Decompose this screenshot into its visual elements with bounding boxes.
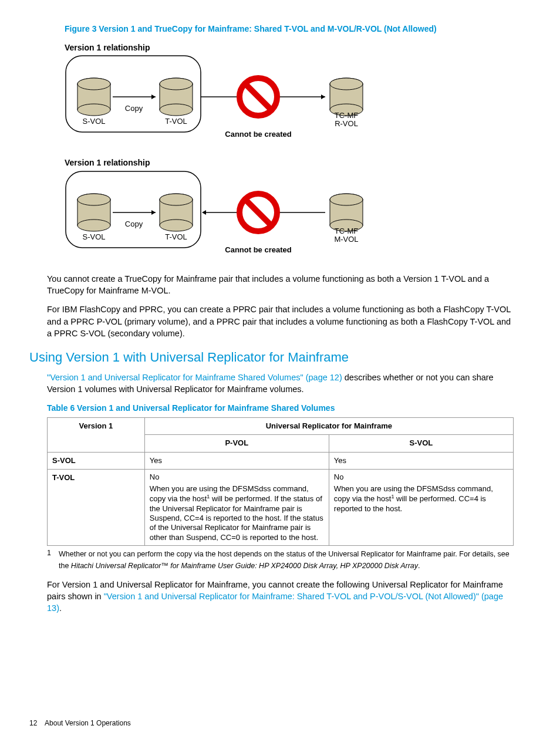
- svg-text:Copy: Copy: [125, 104, 143, 113]
- svg-marker-15: [321, 94, 325, 99]
- body-paragraph: You cannot create a TrueCopy for Mainfra…: [47, 273, 513, 297]
- svg-point-22: [330, 78, 363, 90]
- table-cell: No When you are using the DFSMSdss comma…: [329, 469, 513, 545]
- table-caption: Table 6 Version 1 and Universal Replicat…: [47, 403, 513, 414]
- col-header-urm: Universal Replicator for Mainframe: [144, 418, 513, 435]
- svg-point-29: [77, 194, 110, 205]
- table-footnote: 1 Whether or not you can perform the cop…: [47, 548, 513, 572]
- diagram-label: Version 1 relationship: [65, 42, 531, 54]
- col-header-version1: Version 1: [48, 418, 145, 452]
- cell-text: No: [334, 472, 508, 482]
- row-header: S-VOL: [48, 452, 145, 469]
- svg-text:S-VOL: S-VOL: [82, 117, 105, 126]
- figure-diagram-2: Version 1 relationship S-VOL T-VOL Copy …: [65, 157, 531, 261]
- footnote-text: Whether or not you can perform the copy …: [59, 548, 513, 572]
- diagram-svg: S-VOL T-VOL Copy Cannot be created TC-MF…: [65, 170, 382, 261]
- svg-point-8: [160, 104, 193, 116]
- diagram-label: Version 1 relationship: [65, 157, 531, 169]
- body-paragraph: For IBM FlashCopy and PPRC, you can crea…: [47, 303, 513, 339]
- table-cell: Yes: [144, 452, 329, 469]
- figure-diagram-1: Version 1 relationship S-VOL T-VOL Copy …: [65, 42, 531, 146]
- cross-ref-link[interactable]: "Version 1 and Universal Replicator for …: [47, 373, 342, 382]
- section-heading: Using Version 1 with Universal Replicato…: [29, 349, 531, 367]
- table-cell: Yes: [329, 452, 513, 469]
- body-paragraph: For Version 1 and Universal Replicator f…: [47, 579, 513, 615]
- svg-text:Copy: Copy: [125, 220, 143, 228]
- cell-text: No: [150, 472, 324, 482]
- svg-text:TC-MF: TC-MF: [335, 227, 358, 235]
- svg-text:Cannot be created: Cannot be created: [225, 130, 291, 139]
- svg-text:M-VOL: M-VOL: [334, 235, 358, 244]
- svg-text:R-VOL: R-VOL: [335, 119, 358, 128]
- footnote-number: 1: [47, 548, 59, 572]
- table-row: S-VOL Yes Yes: [48, 452, 514, 469]
- svg-point-33: [160, 220, 193, 231]
- svg-text:T-VOL: T-VOL: [165, 117, 187, 126]
- svg-text:S-VOL: S-VOL: [82, 232, 105, 241]
- cell-text: When you are using the DFSMSdss command,…: [150, 484, 324, 542]
- svg-point-3: [77, 104, 110, 116]
- svg-marker-12: [151, 94, 156, 99]
- svg-text:T-VOL: T-VOL: [165, 232, 187, 241]
- row-header: T-VOL: [48, 469, 145, 545]
- text: .: [59, 603, 62, 613]
- figure-caption: Figure 3 Version 1 and TrueCopy for Main…: [65, 23, 531, 35]
- svg-point-47: [330, 194, 363, 205]
- col-header-svol: S-VOL: [329, 435, 513, 452]
- svg-point-4: [77, 78, 110, 90]
- svg-point-9: [160, 78, 193, 90]
- svg-marker-40: [202, 210, 206, 215]
- col-header-pvol: P-VOL: [144, 435, 329, 452]
- svg-marker-37: [151, 210, 156, 215]
- body-paragraph: "Version 1 and Universal Replicator for …: [47, 372, 513, 396]
- cross-ref-link[interactable]: "Version 1 and Universal Replicator for …: [47, 592, 503, 613]
- svg-point-28: [77, 220, 110, 231]
- diagram-svg: S-VOL T-VOL Copy Cannot be created TC-MF…: [65, 55, 382, 146]
- table-cell: No When you are using the DFSMSdss comma…: [144, 469, 329, 545]
- cell-text: When you are using the DFSMSdss command,…: [334, 484, 508, 514]
- svg-text:TC-MF: TC-MF: [335, 111, 358, 120]
- svg-point-34: [160, 194, 193, 205]
- table-row: T-VOL No When you are using the DFSMSdss…: [48, 469, 514, 545]
- svg-text:Cannot be created: Cannot be created: [225, 245, 291, 254]
- shared-volumes-table: Version 1 Universal Replicator for Mainf…: [47, 417, 514, 546]
